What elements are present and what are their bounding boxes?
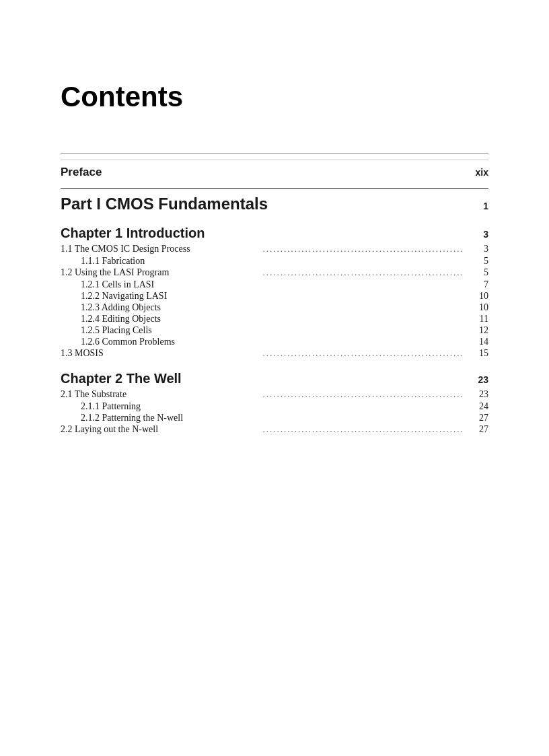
level1-entry: 2.2 Laying out the N-well ..............… bbox=[61, 424, 488, 435]
toc-entry-6: 1.2.1 Cells in LASI 7 bbox=[61, 279, 488, 290]
level2-label: 2.1.1 Patterning bbox=[81, 401, 465, 412]
divider bbox=[61, 153, 488, 154]
level2-entry: 1.2.1 Cells in LASI 7 bbox=[61, 279, 488, 290]
toc-entry-13: Chapter 2 The Well 23 bbox=[61, 371, 488, 386]
level2-entry: 1.2.5 Placing Cells 12 bbox=[61, 325, 488, 336]
level1-entry: 1.3 MOSIS ..............................… bbox=[61, 348, 488, 359]
level2-page: 5 bbox=[465, 256, 488, 267]
level1-page: 27 bbox=[465, 424, 488, 435]
toc-entry-2: Chapter 1 Introduction 3 bbox=[61, 226, 488, 241]
level2-label: 1.2.3 Adding Objects bbox=[81, 302, 465, 313]
toc-entry-5: 1.2 Using the LASI Program .............… bbox=[61, 267, 488, 278]
toc-entry-7: 1.2.2 Navigating LASI 10 bbox=[61, 291, 488, 302]
level2-label: 1.2.2 Navigating LASI bbox=[81, 291, 465, 302]
toc-entry-11: 1.2.6 Common Problems 14 bbox=[61, 337, 488, 347]
toc-entry-12: 1.3 MOSIS ..............................… bbox=[61, 348, 488, 359]
level1-label: 1.1 The CMOS IC Design Process bbox=[61, 244, 260, 254]
toc-entry-1: Part I CMOS Fundamentals 1 bbox=[61, 188, 488, 213]
level2-entry: 1.2.3 Adding Objects 10 bbox=[61, 302, 488, 313]
level2-page: 24 bbox=[465, 401, 488, 412]
level2-page: 12 bbox=[465, 325, 488, 336]
level2-entry: 1.1.1 Fabrication 5 bbox=[61, 256, 488, 267]
toc-entry-0: Preface xix bbox=[61, 153, 488, 179]
toc-entry-14: 2.1 The Substrate ......................… bbox=[61, 389, 488, 400]
level2-page: 14 bbox=[465, 337, 488, 347]
toc-entry-9: 1.2.4 Editing Objects 11 bbox=[61, 314, 488, 324]
level2-page: 11 bbox=[465, 314, 488, 324]
toc-entry-16: 2.1.2 Patterning the N-well 27 bbox=[61, 413, 488, 423]
dots-line: 1.2 Using the LASI Program .............… bbox=[61, 267, 488, 278]
chapter-entry: Chapter 1 Introduction 3 bbox=[61, 226, 488, 241]
level1-label: 2.2 Laying out the N-well bbox=[61, 424, 260, 435]
level1-label: 1.3 MOSIS bbox=[61, 348, 260, 359]
level1-label: 2.1 The Substrate bbox=[61, 389, 260, 400]
level2-label: 1.2.5 Placing Cells bbox=[81, 325, 465, 336]
level1-page: 3 bbox=[465, 244, 488, 254]
dots-line: 1.1 The CMOS IC Design Process .........… bbox=[61, 244, 488, 254]
level1-entry: 1.2 Using the LASI Program .............… bbox=[61, 267, 488, 278]
dots-line: 2.1 The Substrate ......................… bbox=[61, 389, 488, 400]
level2-label: 1.1.1 Fabrication bbox=[81, 256, 465, 267]
level1-page: 23 bbox=[465, 389, 488, 400]
dots-fill: ........................................… bbox=[263, 424, 463, 435]
dots-line: 1.3 MOSIS ..............................… bbox=[61, 348, 488, 359]
toc-entry-15: 2.1.1 Patterning 24 bbox=[61, 401, 488, 412]
level2-label: 1.2.4 Editing Objects bbox=[81, 314, 465, 324]
preface-entry: Preface xix bbox=[61, 160, 488, 179]
toc-container: Preface xix Part I CMOS Fundamentals 1 C… bbox=[61, 153, 488, 435]
toc-entry-4: 1.1.1 Fabrication 5 bbox=[61, 256, 488, 267]
dots-fill: ........................................… bbox=[263, 389, 463, 400]
preface-page: xix bbox=[468, 167, 488, 178]
dots-fill: ........................................… bbox=[263, 348, 463, 359]
level1-page: 15 bbox=[465, 348, 488, 359]
level2-label: 2.1.2 Patterning the N-well bbox=[81, 413, 465, 423]
chapter-page: 3 bbox=[468, 229, 488, 240]
toc-entry-17: 2.2 Laying out the N-well ..............… bbox=[61, 424, 488, 435]
toc-entry-8: 1.2.3 Adding Objects 10 bbox=[61, 302, 488, 313]
toc-entry-3: 1.1 The CMOS IC Design Process .........… bbox=[61, 244, 488, 254]
level1-page: 5 bbox=[465, 267, 488, 278]
preface-label: Preface bbox=[61, 166, 468, 179]
chapter-label: Chapter 1 Introduction bbox=[61, 226, 468, 241]
level2-page: 10 bbox=[465, 302, 488, 313]
level2-page: 10 bbox=[465, 291, 488, 302]
level2-page: 27 bbox=[465, 413, 488, 423]
level2-entry: 2.1.1 Patterning 24 bbox=[61, 401, 488, 412]
dots-fill: ........................................… bbox=[263, 267, 463, 278]
dots-line: 2.2 Laying out the N-well ..............… bbox=[61, 424, 488, 435]
level2-entry: 1.2.2 Navigating LASI 10 bbox=[61, 291, 488, 302]
part-page: 1 bbox=[468, 201, 488, 211]
level1-entry: 2.1 The Substrate ......................… bbox=[61, 389, 488, 400]
part-label: Part I CMOS Fundamentals bbox=[61, 195, 468, 213]
level2-entry: 1.2.4 Editing Objects 11 bbox=[61, 314, 488, 324]
level2-entry: 2.1.2 Patterning the N-well 27 bbox=[61, 413, 488, 423]
level2-page: 7 bbox=[465, 279, 488, 290]
level1-entry: 1.1 The CMOS IC Design Process .........… bbox=[61, 244, 488, 254]
chapter-page: 23 bbox=[468, 374, 488, 385]
part-entry: Part I CMOS Fundamentals 1 bbox=[61, 188, 488, 213]
level1-label: 1.2 Using the LASI Program bbox=[61, 267, 260, 278]
level2-label: 1.2.1 Cells in LASI bbox=[81, 279, 465, 290]
toc-entry-10: 1.2.5 Placing Cells 12 bbox=[61, 325, 488, 336]
chapter-entry: Chapter 2 The Well 23 bbox=[61, 371, 488, 386]
level2-label: 1.2.6 Common Problems bbox=[81, 337, 465, 347]
page-title: Contents bbox=[61, 81, 488, 113]
dots-fill: ........................................… bbox=[263, 244, 463, 254]
level2-entry: 1.2.6 Common Problems 14 bbox=[61, 337, 488, 347]
chapter-label: Chapter 2 The Well bbox=[61, 371, 468, 386]
